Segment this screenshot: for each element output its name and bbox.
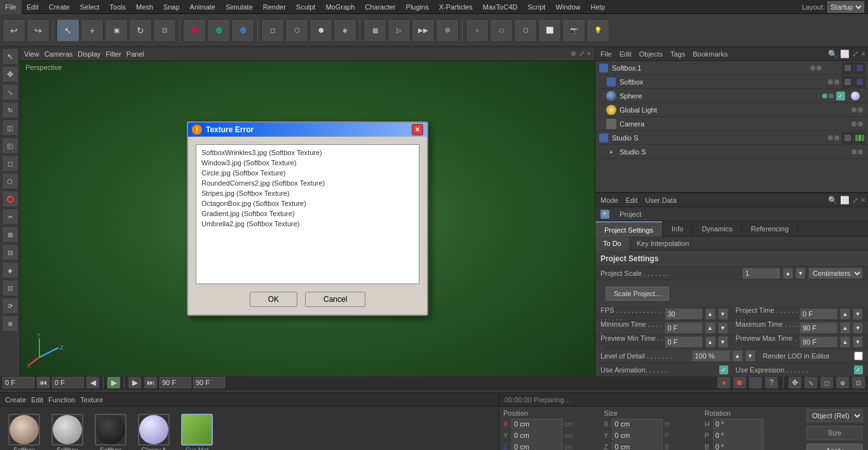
fps-spin-down[interactable]: ▼ bbox=[718, 308, 728, 320]
bot-function[interactable]: Function bbox=[48, 396, 75, 404]
sidebar-mode-btn[interactable]: ↖ bbox=[2, 48, 18, 65]
project-time-spin-up[interactable]: ▲ bbox=[840, 308, 850, 320]
fps-input[interactable] bbox=[665, 308, 703, 320]
menu-sculpt[interactable]: Sculpt bbox=[291, 0, 321, 14]
scale-project-button[interactable]: Scale Project... bbox=[606, 287, 669, 301]
objects-objects-btn[interactable]: Objects bbox=[637, 50, 665, 58]
attr-close-icon[interactable]: × bbox=[861, 196, 865, 205]
viewport-view-tab[interactable]: View bbox=[24, 50, 39, 58]
lod-spin-up[interactable]: ▲ bbox=[733, 350, 743, 362]
tl-scale-btn[interactable]: ⤡ bbox=[804, 376, 818, 389]
tl-solo-btn[interactable]: ⊡ bbox=[851, 376, 865, 389]
menu-create[interactable]: Create bbox=[44, 0, 75, 14]
tab-project-settings[interactable]: Project Settings bbox=[595, 221, 663, 236]
obj-close-icon[interactable]: × bbox=[861, 50, 865, 58]
attr-home-icon[interactable]: ⬜ bbox=[840, 196, 850, 205]
dialog-cancel-button[interactable]: Cancel bbox=[305, 292, 365, 307]
tl-select-btn[interactable]: ◻ bbox=[820, 376, 834, 389]
menu-window[interactable]: Window bbox=[550, 0, 585, 14]
refresh-button[interactable]: ↻ bbox=[129, 19, 152, 42]
obj-row-globallight[interactable]: Global Light bbox=[595, 103, 868, 117]
tl-autokey-btn[interactable]: ⏺ bbox=[733, 376, 747, 389]
tab-referencing[interactable]: Referencing bbox=[742, 221, 798, 236]
tl-move-btn[interactable]: ✥ bbox=[788, 376, 802, 389]
max-time-input[interactable] bbox=[799, 322, 837, 334]
tl-motion-btn[interactable]: ○ bbox=[749, 376, 763, 389]
size-button[interactable]: Size bbox=[806, 426, 863, 440]
menu-snap[interactable]: Snap bbox=[158, 0, 185, 14]
menu-xparticles[interactable]: X-Particles bbox=[434, 0, 478, 14]
attr-mode-btn[interactable]: Mode bbox=[598, 196, 621, 204]
attr-expand-icon[interactable]: ⤢ bbox=[852, 196, 858, 205]
timeline-end-input2[interactable] bbox=[193, 377, 225, 388]
obj-home-icon[interactable]: ⬜ bbox=[840, 50, 850, 58]
timeline-end-input[interactable] bbox=[159, 377, 191, 388]
tl-record-btn[interactable]: ● bbox=[717, 376, 731, 389]
obj-row-studios[interactable]: Studio S bbox=[595, 131, 868, 145]
menu-help[interactable]: Help bbox=[586, 0, 611, 14]
max-time-spin-up[interactable]: ▲ bbox=[840, 322, 850, 334]
deformer-button[interactable]: ⬡ bbox=[514, 19, 537, 42]
sidebar-t9-btn[interactable]: ◈ bbox=[2, 262, 18, 278]
coord-x-input[interactable] bbox=[512, 419, 562, 429]
sidebar-scale-btn[interactable]: ⤡ bbox=[2, 84, 18, 100]
min-time-spin-down[interactable]: ▼ bbox=[718, 322, 728, 334]
subtab-key-interpolation[interactable]: Key Interpolation bbox=[629, 236, 697, 250]
tab-dynamics[interactable]: Dynamics bbox=[693, 221, 742, 236]
coord-rz-input[interactable] bbox=[713, 442, 764, 450]
lod-input[interactable] bbox=[692, 350, 730, 362]
menu-file[interactable]: File bbox=[0, 0, 22, 14]
obj-search-icon[interactable]: 🔍 bbox=[828, 50, 837, 58]
min-time-spin-up[interactable]: ▲ bbox=[705, 322, 715, 334]
tl-btn-play[interactable]: ▶ bbox=[107, 376, 121, 389]
objects-edit-btn[interactable]: Edit bbox=[617, 50, 634, 58]
sidebar-t5-btn[interactable]: ⭕ bbox=[2, 191, 18, 207]
render-region-button[interactable]: ▦ bbox=[363, 19, 386, 42]
menu-script[interactable]: Script bbox=[522, 0, 550, 14]
obj-row-softbox1[interactable]: Softbox.1 bbox=[595, 61, 868, 75]
vp-icon-1[interactable]: ⊕ bbox=[571, 50, 576, 58]
menu-tools[interactable]: Tools bbox=[104, 0, 131, 14]
tab-info[interactable]: Info bbox=[663, 221, 693, 236]
obj-row-studios-child[interactable]: ▲ Studio S bbox=[595, 145, 868, 159]
objects-tags-btn[interactable]: Tags bbox=[668, 50, 688, 58]
add-button[interactable]: + bbox=[81, 19, 104, 42]
sidebar-move-btn[interactable]: ✥ bbox=[2, 66, 18, 83]
coord-z-input[interactable] bbox=[512, 442, 562, 450]
viewport-cameras-tab[interactable]: Cameras bbox=[44, 50, 73, 58]
loop-button[interactable]: ⬡ bbox=[285, 19, 308, 42]
timeline-start-input[interactable] bbox=[52, 377, 84, 388]
axis-y-button[interactable]: ⊕ bbox=[207, 19, 230, 42]
coord-y-input[interactable] bbox=[512, 430, 562, 440]
obj-row-sphere[interactable]: Sphere ✓ bbox=[595, 89, 868, 103]
obj-row-softbox[interactable]: Softbox bbox=[595, 75, 868, 89]
sidebar-t10-btn[interactable]: ⊡ bbox=[2, 280, 18, 296]
project-time-spin-down[interactable]: ▼ bbox=[853, 308, 863, 320]
viewport-filter-tab[interactable]: Filter bbox=[105, 50, 121, 58]
preview-max-spin-up[interactable]: ▲ bbox=[840, 336, 850, 348]
menu-plugins[interactable]: Plugins bbox=[401, 0, 434, 14]
menu-mesh[interactable]: Mesh bbox=[131, 0, 158, 14]
axis-x-button[interactable]: ⊗ bbox=[183, 19, 206, 42]
sidebar-t8-btn[interactable]: ⊟ bbox=[2, 244, 18, 261]
coord-sz-input[interactable] bbox=[612, 442, 663, 450]
obj-expand-icon[interactable]: ⤢ bbox=[852, 50, 858, 58]
spline-button[interactable]: ○ bbox=[466, 19, 489, 42]
max-time-spin-down[interactable]: ▼ bbox=[853, 322, 863, 334]
tl-btn-prev[interactable]: ◀ bbox=[86, 376, 100, 389]
coord-ry-input[interactable] bbox=[713, 430, 764, 440]
preview-max-spin-down[interactable]: ▼ bbox=[853, 336, 863, 348]
mat-preview-glossy[interactable] bbox=[138, 414, 170, 446]
axis-z-button[interactable]: ⊛ bbox=[231, 19, 254, 42]
preview-min-spin-up[interactable]: ▲ bbox=[705, 336, 715, 348]
render-vp-button[interactable]: ▶▶ bbox=[412, 19, 435, 42]
sidebar-t1-btn[interactable]: ◫ bbox=[2, 119, 18, 136]
tl-btn-start[interactable]: ⏮ bbox=[36, 376, 50, 389]
objects-bookmarks-btn[interactable]: Bookmarks bbox=[690, 50, 730, 58]
attr-userdata-btn[interactable]: User Data bbox=[643, 196, 680, 204]
tl-btn-end[interactable]: ⏭ bbox=[144, 376, 158, 389]
fps-spin-up[interactable]: ▲ bbox=[705, 308, 715, 320]
env-button[interactable]: ⬜ bbox=[538, 19, 561, 42]
project-scale-spin-down[interactable]: ▼ bbox=[796, 268, 806, 279]
undo-button[interactable]: ↩ bbox=[3, 19, 25, 42]
